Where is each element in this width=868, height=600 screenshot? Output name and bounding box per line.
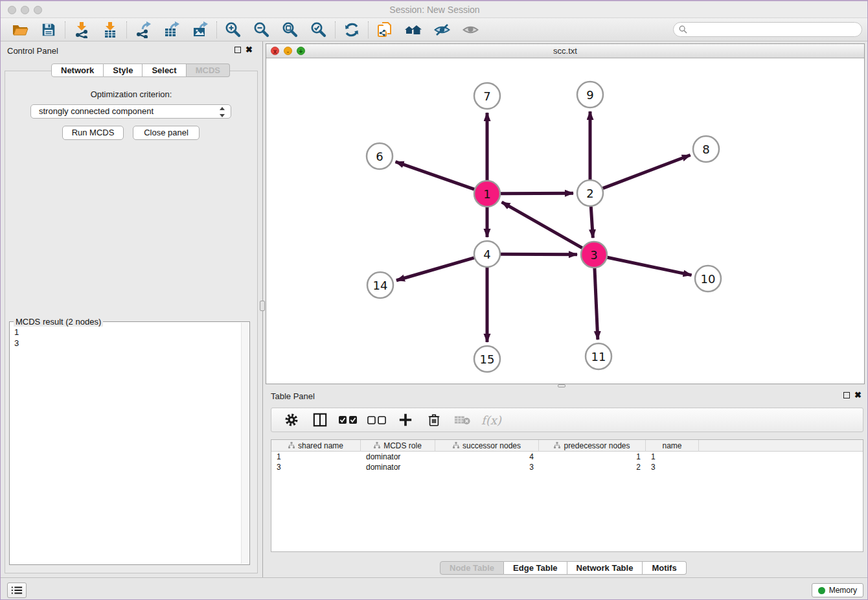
column-header-predecessor-nodes[interactable]: predecessor nodes bbox=[539, 440, 646, 452]
graph-edge-1-2[interactable] bbox=[501, 193, 573, 194]
result-scrollbar[interactable] bbox=[241, 323, 249, 564]
table-panel-tabs: Node TableEdge TableNetwork TableMotifs bbox=[440, 561, 687, 575]
chevron-updown-icon bbox=[220, 106, 226, 118]
cell-name: 3 bbox=[646, 462, 699, 472]
table-row[interactable]: 3dominator323 bbox=[271, 462, 863, 472]
column-label: shared name bbox=[298, 441, 343, 450]
control-panel: Control Panel ✖ NetworkStyleSelectMCDS O… bbox=[1, 41, 263, 577]
graph-node-label: 8 bbox=[702, 143, 709, 156]
search-field[interactable] bbox=[673, 22, 862, 37]
task-history-list-button[interactable] bbox=[7, 583, 27, 598]
zoom-in-icon[interactable] bbox=[219, 19, 247, 41]
home-icon[interactable] bbox=[399, 19, 428, 41]
tab-network-table[interactable]: Network Table bbox=[567, 561, 643, 575]
delete-row-trash-icon[interactable] bbox=[424, 410, 444, 430]
tab-node-table[interactable]: Node Table bbox=[440, 561, 504, 575]
network-window: x - + scc.txt 7968124314101511 bbox=[266, 43, 865, 384]
select-all-icon[interactable] bbox=[339, 410, 358, 430]
column-label: name bbox=[662, 441, 681, 450]
cell-predecessor-nodes: 1 bbox=[539, 452, 646, 462]
toolbar-separator bbox=[216, 21, 217, 38]
mcds-panel: Optimization criterion: strongly connect… bbox=[5, 71, 258, 573]
tab-edge-table[interactable]: Edge Table bbox=[504, 561, 567, 575]
column-header-successor-nodes[interactable]: successor nodes bbox=[435, 440, 539, 452]
graph-edge-2-8[interactable] bbox=[603, 155, 691, 188]
toolbar-separator bbox=[126, 21, 127, 38]
mcds-result-text[interactable]: 13 bbox=[10, 325, 240, 564]
zoom-selected-icon[interactable] bbox=[304, 19, 333, 41]
tab-network[interactable]: Network bbox=[51, 63, 104, 77]
table-header-row: shared nameMCDS rolesuccessor nodesprede… bbox=[271, 440, 863, 452]
cell-shared-name: 1 bbox=[271, 452, 361, 462]
network-window-title: scc.txt bbox=[266, 46, 864, 56]
graph-node-label: 7 bbox=[483, 89, 490, 103]
graph-node-label: 9 bbox=[586, 88, 593, 102]
tab-motifs[interactable]: Motifs bbox=[643, 561, 686, 575]
new-network-from-selection-icon[interactable] bbox=[371, 19, 399, 41]
network-graph[interactable]: 7968124314101511 bbox=[266, 58, 864, 384]
search-input[interactable] bbox=[691, 25, 862, 34]
close-icon[interactable]: ✖ bbox=[246, 45, 253, 54]
window-title: Session: New Session bbox=[1, 5, 868, 15]
import-network-icon[interactable] bbox=[67, 19, 96, 41]
add-row-icon[interactable] bbox=[396, 410, 415, 430]
hide-selected-eye-icon[interactable] bbox=[428, 19, 456, 41]
deselect-all-icon[interactable] bbox=[367, 410, 387, 430]
graph-edge-3-10[interactable] bbox=[608, 257, 692, 275]
zoom-out-icon[interactable] bbox=[247, 19, 276, 41]
mcds-result-group: MCDS result (2 nodes) 13 bbox=[9, 321, 250, 565]
show-all-eye-icon[interactable] bbox=[456, 19, 485, 41]
close-icon[interactable]: ✖ bbox=[854, 390, 862, 400]
table-toolbar: f(x) bbox=[271, 408, 863, 432]
column-header-shared-name[interactable]: shared name bbox=[271, 440, 361, 452]
run-mcds-button[interactable]: Run MCDS bbox=[62, 126, 124, 140]
graph-edge-3-11[interactable] bbox=[595, 268, 598, 340]
graph-node-label: 3 bbox=[590, 248, 597, 262]
import-table-icon[interactable] bbox=[96, 19, 124, 41]
main-toolbar bbox=[1, 18, 868, 41]
status-bar: Memory bbox=[1, 577, 868, 600]
search-icon bbox=[679, 25, 687, 34]
optimization-criterion-label: Optimization criterion: bbox=[5, 89, 257, 99]
column-header-mcds-role[interactable]: MCDS role bbox=[361, 440, 435, 452]
open-file-icon[interactable] bbox=[6, 19, 34, 41]
graph-node-label: 1 bbox=[483, 187, 490, 201]
tab-mcds[interactable]: MCDS bbox=[187, 63, 230, 77]
memory-button[interactable]: Memory bbox=[812, 583, 863, 597]
tab-style[interactable]: Style bbox=[104, 63, 143, 77]
show-column-icon[interactable] bbox=[310, 410, 330, 430]
tab-select[interactable]: Select bbox=[143, 63, 186, 77]
network-window-titlebar[interactable]: x - + scc.txt bbox=[266, 44, 864, 58]
graph-node-label: 6 bbox=[376, 150, 383, 163]
float-icon[interactable] bbox=[234, 47, 241, 53]
zoom-fit-icon[interactable] bbox=[276, 19, 304, 41]
graph-edge-2-3[interactable] bbox=[591, 207, 593, 238]
close-panel-button[interactable]: Close panel bbox=[133, 126, 200, 140]
settings-gear-icon[interactable] bbox=[282, 410, 301, 430]
column-header-name[interactable]: name bbox=[646, 440, 699, 452]
graph-edge-3-1[interactable] bbox=[502, 202, 582, 248]
cell-mcds-role: dominator bbox=[361, 462, 435, 472]
graph-edge-4-14[interactable] bbox=[396, 258, 474, 281]
cell-predecessor-nodes: 2 bbox=[539, 462, 646, 472]
divider-grip[interactable] bbox=[260, 301, 265, 311]
export-network-icon[interactable] bbox=[129, 19, 157, 41]
graph-node-label: 15 bbox=[480, 352, 495, 366]
cell-successor-nodes: 3 bbox=[435, 462, 539, 472]
save-session-icon[interactable] bbox=[34, 19, 63, 41]
sort-hierarchy-icon bbox=[374, 441, 380, 450]
export-image-icon[interactable] bbox=[186, 19, 214, 41]
export-table-icon[interactable] bbox=[157, 19, 186, 41]
table-row[interactable]: 1dominator411 bbox=[271, 452, 863, 462]
column-label: successor nodes bbox=[463, 441, 521, 450]
graph-edge-1-6[interactable] bbox=[396, 162, 475, 189]
table-panel: Table Panel ✖ bbox=[263, 387, 868, 577]
criterion-dropdown[interactable]: strongly connected component bbox=[30, 104, 231, 119]
float-icon[interactable] bbox=[843, 392, 850, 398]
table-panel-header: Table Panel ✖ bbox=[263, 387, 868, 404]
list-icon bbox=[11, 585, 23, 595]
network-canvas[interactable]: 7968124314101511 bbox=[266, 58, 864, 384]
apply-layout-icon[interactable] bbox=[337, 19, 366, 41]
sort-hierarchy-icon bbox=[288, 441, 295, 450]
graph-edge-4-3[interactable] bbox=[501, 254, 577, 255]
